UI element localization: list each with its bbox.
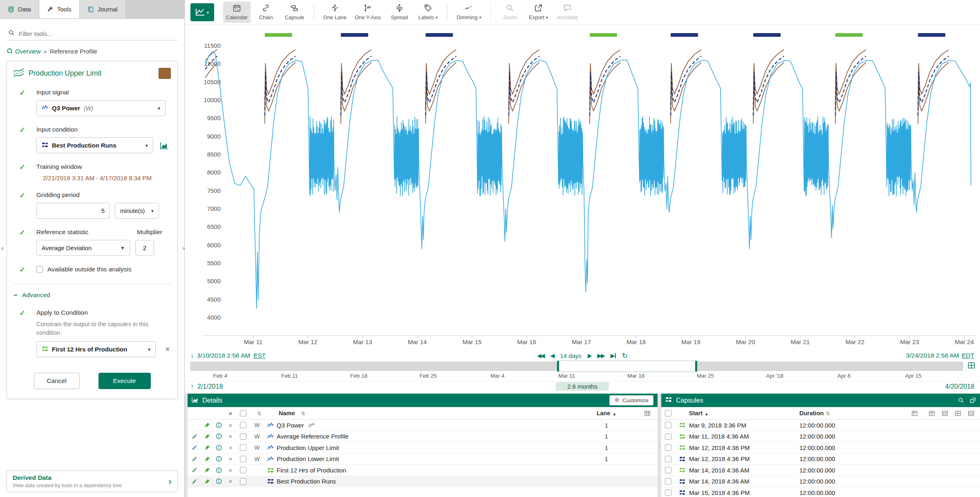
apply-condition-dropdown[interactable]: First 12 Hrs of Production ▾ — [36, 341, 156, 357]
pin-icon[interactable] — [201, 445, 213, 450]
row-checkbox[interactable] — [665, 456, 671, 462]
row-checkbox[interactable] — [240, 433, 246, 440]
capsule-bar[interactable] — [425, 33, 453, 37]
timezone-link[interactable]: EDT — [962, 352, 974, 359]
add-column-icon[interactable] — [637, 410, 658, 416]
jump-to-end-icon[interactable]: ▶ — [611, 352, 616, 359]
display-range-start[interactable]: ↓ 3/10/2018 2:56 AM EST — [190, 352, 266, 359]
remove-icon[interactable]: × — [224, 422, 237, 429]
pin-icon[interactable] — [201, 434, 213, 439]
signal-preview-icon[interactable] — [308, 422, 315, 428]
item-name[interactable]: Best Production Runs — [277, 478, 336, 485]
capsule-row[interactable]: Mar 12, 2018 4:36 PM 12:00:00.000 — [661, 454, 980, 465]
info-icon[interactable] — [213, 456, 224, 462]
item-name[interactable]: First 12 Hrs of Production — [277, 467, 346, 474]
edit-icon[interactable] — [188, 445, 201, 450]
item-name[interactable]: Production Lower Limit — [277, 455, 339, 462]
derived-data-button[interactable]: Derived Data View data created by tools … — [7, 470, 178, 492]
display-range-end[interactable]: 3/24/2018 2:56 AM EDT — [906, 352, 974, 359]
capsule-bar[interactable] — [671, 33, 698, 37]
execute-button[interactable]: Execute — [98, 373, 151, 389]
item-name[interactable]: Production Upper Limit — [277, 444, 339, 451]
capsule-row[interactable]: Mar 11, 2018 4:36 AM 12:00:00.000 — [661, 431, 980, 443]
table-option-icon[interactable] — [942, 410, 948, 416]
table-row[interactable]: × W Production Upper Limit 1 — [188, 442, 658, 454]
capsule-row[interactable]: Mar 12, 2018 4:36 PM 12:00:00.000 — [661, 442, 980, 454]
select-all-checkbox[interactable] — [665, 410, 671, 416]
pin-icon[interactable] — [201, 479, 213, 484]
table-row[interactable]: × Best Production Runs — [188, 476, 658, 488]
edit-icon[interactable] — [188, 434, 201, 439]
row-checkbox[interactable] — [240, 456, 246, 462]
column-header-lane[interactable]: Lane▲ — [576, 410, 637, 416]
capsule-bar[interactable] — [265, 33, 292, 37]
range-duration[interactable]: 14 days — [560, 352, 582, 359]
info-icon[interactable] — [213, 467, 224, 473]
timebar-options-icon[interactable] — [968, 362, 975, 371]
toolbar-item-export[interactable]: Export▾ — [526, 2, 552, 23]
toolbar-item-annotate[interactable]: Annotate — [554, 2, 581, 23]
info-icon[interactable] — [213, 422, 224, 428]
row-checkbox[interactable] — [665, 489, 671, 496]
timebar-handle-right[interactable] — [695, 361, 697, 372]
training-window-range[interactable]: 2/21/2018 3:31 AM - 4/17/2018 8:34 PM — [43, 175, 171, 181]
sidebar-collapse-handle[interactable]: » — [181, 242, 186, 254]
table-row[interactable]: × W Production Lower Limit 1 — [188, 454, 658, 465]
toolbar-item-labels[interactable]: Labels▾ — [415, 2, 441, 23]
timebar-selection[interactable] — [558, 360, 696, 372]
tab-data[interactable]: Data — [0, 0, 39, 18]
expand-panel-icon[interactable] — [970, 397, 976, 403]
column-header-start[interactable]: Start▲ — [689, 410, 799, 416]
info-icon[interactable] — [213, 445, 224, 451]
table-option-icon[interactable] — [929, 410, 935, 416]
trend-chart[interactable]: 1150011000105001000095009000850080007500… — [185, 25, 980, 350]
table-option-icon[interactable] — [911, 410, 918, 416]
tab-journal[interactable]: Journal — [80, 0, 126, 18]
capsule-bar[interactable] — [753, 33, 781, 37]
row-checkbox[interactable] — [665, 433, 671, 440]
overview-link[interactable]: Overview — [7, 47, 41, 55]
view-condition-chart-icon[interactable] — [158, 139, 171, 152]
toolbar-item-spread[interactable]: Spread — [386, 2, 412, 23]
edit-icon[interactable] — [188, 479, 201, 484]
remove-icon[interactable]: × — [224, 433, 237, 440]
edit-icon[interactable] — [188, 467, 201, 473]
refresh-icon[interactable]: ↻ — [622, 351, 628, 360]
customize-button[interactable]: Customize — [609, 395, 653, 405]
multiplier-input[interactable] — [135, 240, 154, 256]
capsule-bar[interactable] — [918, 33, 945, 37]
capsule-row[interactable]: Mar 15, 2018 4:36 PM 12:00:00.000 — [661, 487, 980, 497]
select-all-checkbox[interactable] — [240, 410, 246, 416]
filter-tools-input[interactable] — [19, 30, 176, 37]
remove-icon[interactable]: × — [224, 478, 237, 485]
remove-icon[interactable]: × — [224, 467, 237, 474]
row-checkbox[interactable] — [665, 444, 671, 451]
search-icon[interactable] — [958, 397, 964, 403]
table-option-icon[interactable] — [955, 410, 961, 416]
info-icon[interactable] — [213, 478, 224, 484]
row-checkbox[interactable] — [665, 422, 671, 428]
pin-icon[interactable] — [201, 456, 213, 462]
row-checkbox[interactable] — [665, 467, 671, 473]
step-back-icon[interactable]: ◀◀ — [537, 352, 544, 359]
remove-all-icon[interactable]: × — [224, 410, 237, 417]
capsule-row[interactable]: Mar 14, 2018 4:36 AM 12:00:00.000 — [661, 465, 980, 476]
column-header-duration[interactable]: Duration⇅ — [799, 410, 830, 416]
sort-icon[interactable]: ⇅ — [252, 410, 266, 416]
collapse-panel-handle-left[interactable]: « — [0, 242, 5, 254]
edit-icon[interactable] — [188, 456, 201, 462]
column-header-name[interactable]: Name⇅ — [279, 410, 576, 416]
timebar-handle-left[interactable] — [557, 361, 559, 372]
item-name[interactable]: Average Reference Profile — [277, 433, 349, 440]
reference-statistic-dropdown[interactable]: Average Deviation ▼ — [36, 240, 130, 256]
toolbar-item-one-y-axis[interactable]: One Y-Axis — [352, 2, 384, 23]
timezone-link[interactable]: EST — [253, 352, 266, 359]
capsule-row[interactable]: Mar 14, 2018 4:36 AM 12:00:00.000 — [661, 476, 980, 488]
table-row[interactable]: × W Q3 Power 1 — [188, 420, 658, 431]
row-checkbox[interactable] — [240, 467, 246, 473]
table-row[interactable]: × W Average Reference Profile 1 — [188, 431, 658, 443]
pin-icon[interactable] — [201, 467, 213, 473]
input-signal-dropdown[interactable]: Q3 Power (W) ▾ — [36, 100, 166, 116]
toolbar-item-capsule[interactable]: Capsule — [282, 2, 308, 23]
toolbar-item-calendar[interactable]: Calendar — [223, 2, 251, 23]
